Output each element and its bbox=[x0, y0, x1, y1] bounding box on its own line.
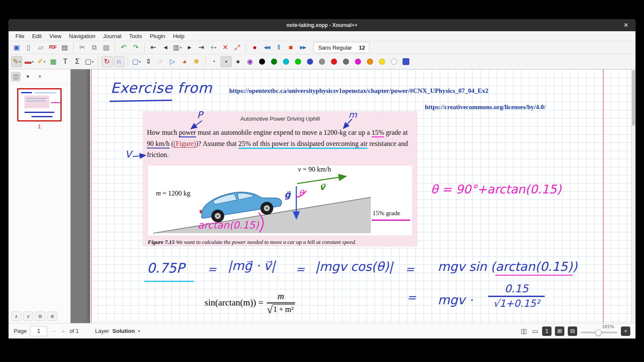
first-page-icon[interactable]: ⇤ bbox=[148, 42, 159, 53]
menu-file[interactable]: File bbox=[12, 33, 28, 40]
page-increment-button[interactable]: + bbox=[60, 328, 66, 335]
close-preview-icon[interactable]: ⊗ bbox=[47, 312, 57, 321]
cut-icon[interactable]: ✂ bbox=[77, 42, 88, 53]
menu-help[interactable]: Help bbox=[170, 33, 188, 40]
hand-tool-icon[interactable]: ☞ bbox=[155, 56, 166, 67]
image-tool-icon[interactable]: ▦ bbox=[48, 56, 59, 67]
pie-chart-icon[interactable]: ◕ bbox=[179, 56, 190, 67]
redo-icon[interactable]: ↷ bbox=[130, 42, 141, 53]
color-magenta[interactable] bbox=[352, 56, 364, 67]
color-lime[interactable] bbox=[292, 56, 304, 67]
zoom-slider-thumb[interactable] bbox=[595, 329, 602, 336]
select-region-icon[interactable]: ▢▾ bbox=[131, 56, 142, 67]
document-page[interactable]: Exercise from https://opentextbc.ca/univ… bbox=[90, 69, 631, 323]
font-selector-button[interactable]: Sans Regular 12 bbox=[313, 42, 370, 53]
color-green[interactable] bbox=[268, 56, 280, 67]
color-black[interactable] bbox=[256, 56, 268, 67]
sin-expression-post: ) bbox=[572, 259, 577, 274]
menu-edit[interactable]: Edit bbox=[29, 33, 45, 40]
record-icon[interactable]: ● bbox=[249, 42, 260, 53]
vertical-space-icon[interactable]: ⇕ bbox=[143, 56, 154, 67]
text-tool-icon-glyph: T bbox=[63, 58, 68, 65]
color-red[interactable] bbox=[328, 56, 340, 67]
current-color-icon[interactable] bbox=[400, 56, 411, 67]
undo-icon[interactable]: ↶ bbox=[118, 42, 129, 53]
last-page-icon[interactable]: ⇥ bbox=[196, 42, 207, 53]
text-tool-icon[interactable]: T bbox=[60, 56, 71, 67]
stroke-fine-icon[interactable]: • bbox=[209, 56, 220, 67]
sidebar-dropdown-icon[interactable]: ▾ bbox=[23, 72, 33, 81]
rewind-icon[interactable]: ◀◀ bbox=[261, 42, 272, 53]
canvas-area[interactable]: Exercise from https://opentextbc.ca/univ… bbox=[71, 69, 635, 323]
fullscreen-icon[interactable]: ⤢ bbox=[232, 42, 243, 53]
eraser-tool-icon[interactable]: ▬▾ bbox=[23, 56, 35, 67]
page-decrement-button[interactable]: − bbox=[51, 328, 57, 335]
new-document-icon[interactable]: ▯ bbox=[23, 42, 34, 53]
figure-link[interactable]: (Figure) bbox=[173, 140, 196, 148]
stroke-thick-icon[interactable]: ● bbox=[233, 56, 244, 67]
dual-page-view-icon[interactable]: ▯▯ bbox=[519, 327, 528, 335]
highlighter-tool-icon[interactable]: ✐▾ bbox=[36, 56, 47, 67]
color-gray[interactable] bbox=[316, 56, 328, 67]
dropdown-chevron-icon: ▾ bbox=[92, 60, 94, 64]
brush-icon[interactable]: ❋ bbox=[191, 56, 202, 67]
menu-plugin[interactable]: Plugin bbox=[146, 33, 169, 40]
open-document-icon[interactable]: ▱ bbox=[35, 42, 46, 53]
export-pdf-icon[interactable]: PDF bbox=[47, 42, 58, 53]
latex-tool-icon[interactable]: Σ bbox=[72, 56, 83, 67]
save-icon[interactable]: ▣ bbox=[11, 42, 22, 53]
zoom-in-icon[interactable]: + bbox=[621, 326, 630, 336]
color-blue[interactable] bbox=[304, 56, 316, 67]
menu-tools[interactable]: Tools bbox=[125, 33, 145, 40]
menu-journal[interactable]: Journal bbox=[100, 33, 125, 40]
pen-tool-icon[interactable]: ✎▾ bbox=[11, 56, 22, 67]
menu-view[interactable]: View bbox=[46, 33, 65, 40]
stop-icon[interactable]: ■ bbox=[285, 42, 296, 53]
print-icon[interactable]: ▤ bbox=[59, 42, 70, 53]
duplicate-page-icon[interactable]: ⧉ bbox=[35, 312, 45, 321]
shape-tool-icon[interactable]: ▢▾ bbox=[83, 56, 95, 67]
scrollbar-thumb[interactable] bbox=[632, 70, 635, 126]
page-up-icon[interactable]: ∧ bbox=[11, 312, 21, 321]
spline-tool-icon[interactable]: ▷ bbox=[167, 56, 178, 67]
previous-page-icon[interactable]: ◀ bbox=[160, 42, 171, 53]
page-thumbnail[interactable] bbox=[17, 88, 62, 122]
presentation-mode-icon[interactable]: ▭ bbox=[531, 327, 539, 335]
vertical-scrollbar[interactable] bbox=[631, 69, 635, 323]
source-link[interactable]: https://opentextbc.ca/universityphysicsv… bbox=[229, 87, 488, 95]
page-down-icon[interactable]: ∨ bbox=[23, 312, 33, 321]
color-orange[interactable] bbox=[364, 56, 376, 67]
sidebar-close-icon[interactable]: × bbox=[35, 72, 45, 81]
snapping-icon[interactable]: ∩ bbox=[113, 56, 125, 67]
color-yellow[interactable] bbox=[376, 56, 388, 67]
add-page-icon[interactable]: +▾ bbox=[208, 42, 219, 53]
goto-page-icon[interactable]: ▥▾ bbox=[172, 42, 183, 53]
forward-icon[interactable]: ▶▶ bbox=[297, 42, 308, 53]
pause-icon[interactable]: ‖ bbox=[273, 42, 284, 53]
sidebar: ◫ ▾ × 1 ∧ ∨ ⧉ bbox=[9, 69, 71, 323]
delete-page-icon[interactable]: ✕ bbox=[220, 42, 231, 53]
toolbar-tools-buttons: ✎▾▬▾✐▾▦TΣ▢▾↻∩▢▾⇕☞▷◕❋•●●◉ bbox=[11, 56, 411, 67]
next-page-icon[interactable]: ▶ bbox=[184, 42, 195, 53]
preview-pane-icon[interactable]: ◫ bbox=[11, 72, 21, 81]
stroke-medium-icon[interactable]: ● bbox=[221, 56, 232, 67]
paste-icon[interactable]: ▨ bbox=[101, 42, 112, 53]
menu-navigation[interactable]: Navigation bbox=[66, 33, 98, 40]
color-darkgray[interactable] bbox=[340, 56, 352, 67]
license-link[interactable]: https://creativecommons.org/licenses/by/… bbox=[425, 104, 546, 111]
color-cyan[interactable] bbox=[280, 56, 292, 67]
thumbnail-url-stroke bbox=[35, 92, 56, 93]
figure-caption-text: We want to calculate the power needed to… bbox=[175, 239, 356, 245]
zoom-out-icon[interactable]: ⊟ bbox=[568, 326, 577, 336]
shape-recognizer-icon[interactable]: ↻ bbox=[101, 56, 113, 67]
page-number-input[interactable] bbox=[30, 326, 47, 336]
problem-seg-intro: How much bbox=[147, 129, 179, 136]
fill-tool-icon[interactable]: ◉ bbox=[244, 56, 256, 67]
titlebar[interactable]: note-taking.xopp - Xournal++ × bbox=[9, 19, 635, 31]
copy-icon[interactable]: ⧉ bbox=[89, 42, 100, 53]
window-close-icon[interactable]: × bbox=[622, 21, 630, 30]
color-white[interactable] bbox=[388, 56, 400, 67]
zoom-fit-width-icon[interactable]: ⊞ bbox=[555, 326, 564, 336]
layer-selector[interactable]: Layer Solution ▾ bbox=[95, 328, 140, 334]
page-indicator-badge[interactable]: 1 bbox=[542, 326, 552, 336]
